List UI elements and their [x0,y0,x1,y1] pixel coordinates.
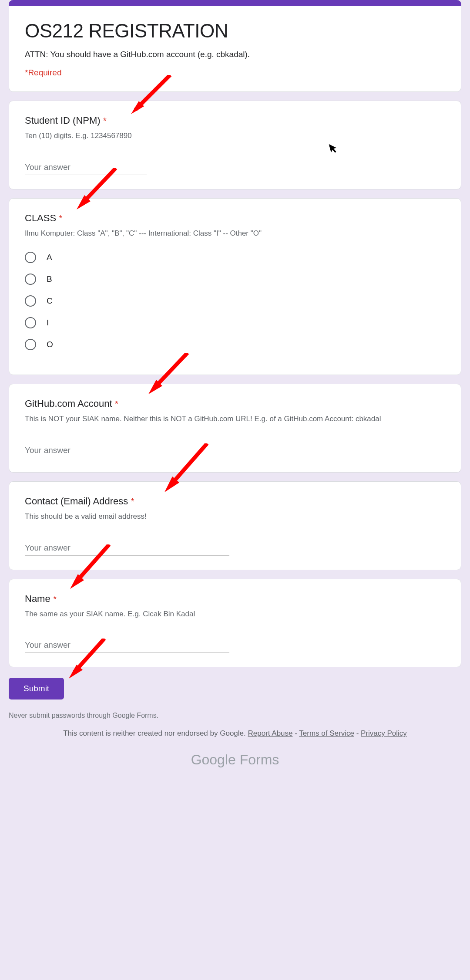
question-description: This is NOT your SIAK name. Neither this… [25,414,445,425]
question-title: Name [25,593,50,604]
logo-forms-text: Forms [236,752,279,767]
svg-marker-3 [77,195,91,210]
radio-option-a[interactable]: A [25,252,445,263]
submit-button[interactable]: Submit [9,678,64,700]
question-name-card: Name * The same as your SIAK name. E.g. … [9,579,461,668]
google-forms-logo[interactable]: Google Forms [9,752,461,768]
radio-label: O [47,340,53,349]
question-title: Contact (Email) Address [25,496,128,507]
question-description: Ilmu Komputer: Class "A", "B", "C" --- I… [25,228,445,239]
radio-option-b[interactable]: B [25,274,445,285]
required-asterisk: * [103,116,107,125]
question-email: Contact (Email) Address * This should be… [9,481,461,570]
legal-separator: - [354,729,361,737]
form-header-card: OS212 REGISTRATION ATTN: You should have… [9,6,461,92]
question-class: CLASS * Ilmu Komputer: Class "A", "B", "… [9,198,461,375]
question-description: This should be a valid email address! [25,511,445,522]
required-asterisk: * [59,213,63,223]
privacy-link[interactable]: Privacy Policy [361,729,407,737]
question-title: Student ID (NPM) [25,115,101,126]
terms-link[interactable]: Terms of Service [299,729,354,737]
legal-footer: This content is neither created nor endo… [9,729,461,738]
svg-marker-9 [70,574,84,589]
radio-label: C [47,296,53,306]
svg-marker-5 [148,380,162,394]
radio-icon [25,339,36,350]
legal-separator: - [293,729,299,737]
radio-label: B [47,274,52,284]
question-title: GitHub.com Account [25,398,112,409]
question-title: CLASS [25,213,56,223]
radio-option-i[interactable]: I [25,317,445,328]
radio-label: A [47,253,52,262]
student-id-input[interactable] [25,159,147,175]
class-radio-group: A B C I O [25,252,445,350]
report-abuse-link[interactable]: Report Abuse [248,729,292,737]
form-accent-bar [9,0,461,6]
svg-marker-1 [131,101,144,114]
legal-prefix: This content is neither created nor endo… [63,729,248,737]
radio-label: I [47,318,49,328]
radio-option-c[interactable]: C [25,295,445,307]
email-input[interactable] [25,540,229,556]
radio-icon [25,274,36,285]
radio-icon [25,252,36,263]
required-indicator: *Required [25,68,445,78]
required-asterisk: * [115,399,118,409]
svg-marker-7 [164,476,179,492]
required-asterisk: * [131,497,134,506]
question-github: GitHub.com Account * This is NOT your SI… [9,384,461,473]
radio-option-o[interactable]: O [25,339,445,350]
name-input[interactable] [25,637,229,653]
question-description: The same as your SIAK name. E.g. Cicak B… [25,609,445,620]
radio-icon [25,317,36,328]
required-asterisk: * [53,594,57,604]
radio-icon [25,295,36,307]
question-description: Ten (10) digits. E.g. 1234567890 [25,131,445,142]
form-title: OS212 REGISTRATION [25,20,445,42]
github-account-input[interactable] [25,442,229,458]
logo-google-text: Google [191,752,236,767]
cursor-icon [329,142,339,157]
password-disclaimer: Never submit passwords through Google Fo… [9,712,461,720]
question-student-id: Student ID (NPM) * Ten (10) digits. E.g.… [9,101,461,189]
form-description: ATTN: You should have a GitHub.com accou… [25,50,445,59]
